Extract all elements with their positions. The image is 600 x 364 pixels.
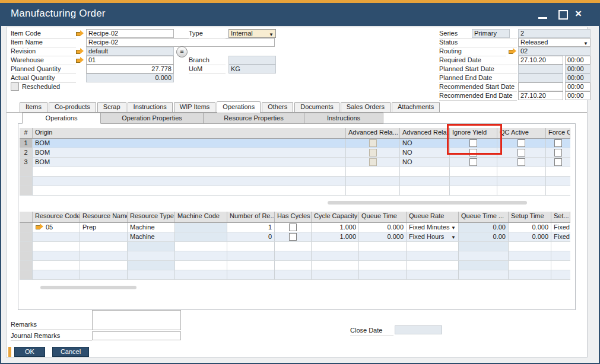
- tab-scrap[interactable]: Scrap: [97, 102, 126, 112]
- queue-rate-select[interactable]: ▼Fixed Hours: [407, 232, 459, 242]
- tab-co-products[interactable]: Co-products: [49, 102, 96, 112]
- setup-time-cell[interactable]: 0.000: [509, 232, 551, 242]
- tab-sales-orders[interactable]: Sales Orders: [341, 102, 391, 112]
- journal-remarks-input[interactable]: [92, 331, 181, 340]
- col-queue-rate-header[interactable]: Queue Rate: [407, 212, 459, 222]
- table-row[interactable]: [20, 251, 570, 261]
- required-time-input[interactable]: 00:00: [565, 56, 591, 65]
- operations-table-hscrollbar[interactable]: [328, 201, 527, 205]
- queue-time-cell[interactable]: 0.000: [359, 223, 407, 232]
- col-resource-name-header[interactable]: Resource Name: [80, 212, 128, 222]
- resource-code-cell[interactable]: [33, 232, 80, 242]
- origin-cell[interactable]: BOM: [33, 158, 346, 167]
- setup-time-cell[interactable]: 0.000: [509, 223, 551, 232]
- warehouse-link-arrow-icon[interactable]: [75, 57, 84, 63]
- close-button[interactable]: ×: [572, 3, 588, 26]
- setup-2-cell[interactable]: Fixed: [551, 223, 570, 232]
- number-of-resources-cell[interactable]: 1: [227, 223, 275, 232]
- resource-link-arrow-icon[interactable]: [35, 223, 44, 230]
- col-setup-time-header[interactable]: Setup Time: [509, 212, 551, 222]
- resource-type-cell[interactable]: Machine: [128, 223, 175, 232]
- col-queue-time-header[interactable]: Queue Time: [359, 212, 407, 222]
- table-row[interactable]: [20, 261, 570, 270]
- table-row[interactable]: [20, 270, 570, 280]
- setup-2-cell[interactable]: Fixed: [551, 232, 570, 242]
- queue-time-cell[interactable]: 0.000: [359, 232, 407, 242]
- ignore-yield-checkbox[interactable]: [469, 149, 477, 157]
- col-force-header[interactable]: Force O...: [546, 128, 570, 138]
- subtab-resource-properties[interactable]: Resource Properties: [204, 113, 304, 124]
- revision-field[interactable]: default: [86, 47, 174, 56]
- col-setup-2-header[interactable]: Set...: [551, 212, 570, 222]
- qc-active-checkbox[interactable]: [518, 158, 525, 166]
- resource-type-cell[interactable]: Machine: [128, 232, 175, 242]
- table-row[interactable]: [20, 167, 570, 177]
- subtab-operations[interactable]: Operations: [22, 113, 101, 124]
- table-row[interactable]: [20, 177, 570, 186]
- status-select[interactable]: Released▼: [518, 38, 591, 47]
- col-number-header[interactable]: #: [20, 128, 33, 138]
- recommended-end-date-input[interactable]: 27.10.20: [518, 91, 563, 100]
- item-name-input[interactable]: Recipe-02: [86, 38, 275, 47]
- force-checkbox[interactable]: [554, 149, 562, 157]
- table-row[interactable]: [20, 186, 570, 196]
- remarks-textarea[interactable]: [92, 310, 181, 330]
- col-origin-header[interactable]: Origin: [33, 128, 346, 138]
- origin-cell[interactable]: BOM: [33, 139, 346, 148]
- col-qc-active-header[interactable]: QC Active: [497, 128, 546, 138]
- tab-wip-items[interactable]: WIP Items: [174, 102, 216, 112]
- required-date-input[interactable]: 27.10.20: [518, 56, 563, 65]
- recommended-end-time-input[interactable]: 00:00: [565, 91, 591, 100]
- planned-quantity-input[interactable]: 27.778: [86, 65, 174, 74]
- ok-button[interactable]: OK: [14, 347, 45, 357]
- ignore-yield-checkbox[interactable]: [469, 139, 477, 147]
- resource-code-cell[interactable]: 05: [33, 223, 80, 232]
- table-row[interactable]: 2 BOM NO: [20, 148, 570, 158]
- has-cycles-checkbox[interactable]: [289, 223, 297, 231]
- ignore-yield-checkbox[interactable]: [469, 158, 477, 166]
- cancel-button[interactable]: Cancel: [52, 347, 89, 357]
- warehouse-input[interactable]: 01: [86, 56, 174, 65]
- type-select[interactable]: Internal▼: [228, 29, 276, 38]
- table-row[interactable]: 05 Prep Machine 1 1.000 0.000 ▼Fixed Min…: [20, 223, 570, 232]
- recommended-start-time-input[interactable]: 00:00: [565, 82, 591, 91]
- number-of-resources-cell[interactable]: 0: [227, 232, 275, 242]
- qc-active-checkbox[interactable]: [518, 149, 525, 157]
- col-resource-type-header[interactable]: Resource Type: [128, 212, 175, 222]
- item-code-link-arrow-icon[interactable]: [75, 30, 84, 37]
- cycle-capacity-cell[interactable]: 1.000: [312, 223, 359, 232]
- maximize-button[interactable]: [554, 3, 570, 26]
- table-row[interactable]: 1 BOM NO: [20, 139, 570, 148]
- rescheduled-checkbox[interactable]: [11, 82, 19, 91]
- col-ignore-yield-header[interactable]: Ignore Yield: [450, 128, 497, 138]
- subtab-instructions[interactable]: Instructions: [304, 113, 383, 124]
- col-number-of-resources-header[interactable]: Number of Re...: [227, 212, 275, 222]
- tab-documents[interactable]: Documents: [294, 102, 339, 112]
- force-checkbox[interactable]: [554, 158, 562, 166]
- table-row[interactable]: 3 BOM NO: [20, 158, 570, 167]
- col-advanced-rel-2-header[interactable]: Advanced Rela...: [400, 128, 450, 138]
- cycle-capacity-cell[interactable]: 1.000: [312, 232, 359, 242]
- item-code-input[interactable]: Recipe-02: [86, 29, 174, 38]
- col-cycle-capacity-header[interactable]: Cycle Capacity: [312, 212, 359, 222]
- routing-link-arrow-icon[interactable]: [508, 48, 517, 55]
- col-resource-code-header[interactable]: Resource Code: [33, 212, 80, 222]
- resource-name-cell[interactable]: [80, 232, 128, 242]
- tab-instructions[interactable]: Instructions: [128, 102, 173, 112]
- tab-attachments[interactable]: Attachments: [392, 102, 440, 112]
- has-cycles-checkbox[interactable]: [289, 233, 297, 241]
- col-machine-code-header[interactable]: Machine Code: [175, 212, 227, 222]
- tab-others[interactable]: Others: [262, 102, 293, 112]
- resource-name-cell[interactable]: Prep: [80, 223, 128, 232]
- col-advanced-rel-1-header[interactable]: Advanced Rela...: [346, 128, 400, 138]
- revision-list-button[interactable]: ≡: [176, 46, 188, 58]
- resources-table-hscrollbar[interactable]: [40, 286, 136, 289]
- qc-active-checkbox[interactable]: [518, 139, 525, 147]
- tab-operations[interactable]: Operations: [217, 101, 261, 113]
- origin-cell[interactable]: BOM: [33, 148, 346, 158]
- revision-link-arrow-icon[interactable]: [75, 48, 84, 55]
- table-row[interactable]: Machine 0 1.000 0.000 ▼Fixed Hours 0.00 …: [20, 232, 570, 242]
- subtab-operation-properties[interactable]: Operation Properties: [101, 113, 204, 124]
- queue-rate-select[interactable]: ▼Fixed Minutes: [407, 223, 459, 232]
- col-queue-time-2-header[interactable]: Queue Time ...: [459, 212, 509, 222]
